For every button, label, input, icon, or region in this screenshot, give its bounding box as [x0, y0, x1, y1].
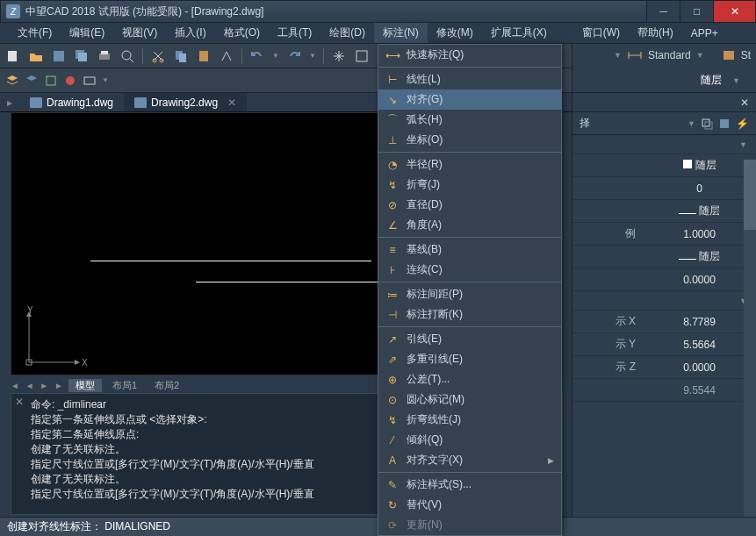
menu-edit[interactable]: 编辑(E): [61, 23, 113, 43]
menu-item-dimspace[interactable]: ≔标注间距(P): [378, 284, 561, 304]
doc-home-icon[interactable]: ▸: [0, 96, 19, 109]
tab-layout1[interactable]: 布局1: [105, 379, 144, 392]
menu-item-joggedlinear[interactable]: ↯折弯线性(J): [378, 410, 561, 430]
menu-item-radius[interactable]: ◔半径(R): [378, 154, 561, 175]
aligntext-icon: A: [385, 454, 400, 468]
print-icon[interactable]: [97, 48, 112, 64]
open-icon[interactable]: [28, 48, 44, 64]
menu-view[interactable]: 视图(V): [113, 23, 166, 43]
save-icon[interactable]: [51, 48, 67, 64]
menu-window[interactable]: 窗口(W): [573, 23, 629, 43]
maximize-button[interactable]: □: [680, 1, 713, 22]
menu-item-continue[interactable]: ⊦连续(C): [378, 260, 561, 280]
prop-row-extra[interactable]: 9.5544: [572, 379, 756, 402]
menu-tools[interactable]: 工具(T): [269, 23, 320, 43]
panel-scrollbar[interactable]: [744, 160, 756, 517]
chevron-down-icon[interactable]: ▼: [696, 51, 704, 60]
scrollbar-thumb[interactable]: [744, 160, 756, 230]
saveall-icon[interactable]: [74, 48, 90, 64]
menu-item-aligntext[interactable]: A对齐文字(X)▶: [378, 450, 561, 470]
doc-tab-2[interactable]: Drawing2.dwg ✕: [124, 93, 247, 111]
menu-item-dimstyle[interactable]: ✎标注样式(S)...: [378, 475, 561, 495]
prop-row-thickness[interactable]: 0.0000: [572, 268, 756, 291]
preview-icon[interactable]: [119, 48, 135, 64]
menu-ext[interactable]: 扩展工具(X): [482, 23, 556, 43]
menu-insert[interactable]: 插入(I): [166, 23, 214, 43]
copy-icon[interactable]: [173, 48, 189, 64]
menu-app[interactable]: APP+: [682, 23, 727, 43]
layer-dropdown[interactable]: 随层 ▼: [572, 68, 756, 93]
prop-row-layer[interactable]: 0: [572, 177, 756, 200]
dim-ordinate-icon: ⊥: [385, 133, 400, 147]
cut-icon[interactable]: [150, 48, 166, 64]
menu-item-dimbreak[interactable]: ⊣标注打断(K): [378, 304, 561, 325]
svg-rect-28: [724, 51, 734, 60]
tab-layout2[interactable]: 布局2: [148, 379, 186, 392]
match-icon[interactable]: [219, 48, 234, 64]
lightning-icon[interactable]: ⚡: [736, 118, 749, 130]
menu-item-mleader[interactable]: ⇗多重引线(E): [378, 349, 561, 369]
menu-file[interactable]: 文件(F): [9, 23, 61, 43]
menu-item-jogged[interactable]: ↯折弯(J): [378, 175, 561, 195]
layer-chevron-icon[interactable]: ▼: [102, 76, 109, 84]
menu-item-angular[interactable]: ∠角度(A): [378, 215, 561, 235]
rect-icon[interactable]: [83, 74, 97, 88]
doc-tab-label: Drawing1.dwg: [47, 96, 113, 109]
cmd-close-icon[interactable]: ✕: [15, 396, 24, 408]
prop-row-ltscale[interactable]: 例1.0000: [572, 223, 756, 246]
menu-modify[interactable]: 修改(M): [428, 23, 482, 43]
prop-row-linetype[interactable]: 随层: [572, 200, 756, 223]
redo-dropdown-icon[interactable]: ▼: [309, 52, 316, 60]
menu-format[interactable]: 格式(O): [215, 23, 269, 43]
menu-item-diameter[interactable]: ⊘直径(D): [378, 195, 561, 215]
menu-item-baseline[interactable]: ≡基线(B): [378, 239, 561, 260]
menu-item-aligned[interactable]: ↘对齐(G): [378, 89, 561, 110]
prop-row-y[interactable]: 示 Y5.5664: [572, 333, 756, 356]
layer-state-icon[interactable]: [25, 74, 39, 88]
menu-item-linear[interactable]: ⊢线性(L): [378, 69, 561, 89]
new-icon[interactable]: [5, 48, 21, 64]
paste-icon[interactable]: [196, 48, 212, 64]
layer-lock-icon[interactable]: [63, 74, 77, 88]
menu-item-leader[interactable]: ↗引线(E): [378, 329, 561, 349]
tab-model[interactable]: 模型: [68, 379, 102, 392]
undo-dropdown-icon[interactable]: ▼: [272, 52, 279, 60]
minimize-button[interactable]: ─: [646, 1, 680, 22]
dim-continue-icon: ⊦: [385, 263, 400, 277]
menu-item-centermark[interactable]: ⊙圆心标记(M): [378, 389, 561, 410]
prop-row-z[interactable]: 示 Z0.0000: [572, 356, 756, 379]
panel-close[interactable]: ✕: [572, 93, 756, 112]
chevron-down-icon[interactable]: ▼: [688, 119, 695, 128]
dimstyle-name[interactable]: Standard: [648, 49, 691, 61]
joggedlinear-icon: ↯: [385, 413, 400, 427]
menu-item-ordinate[interactable]: ⊥坐标(O): [378, 130, 561, 150]
redo-icon[interactable]: [286, 48, 302, 64]
prop-row-x[interactable]: 示 X8.7789: [572, 311, 756, 333]
pick-icon[interactable]: [701, 118, 713, 130]
prop-row-color[interactable]: 随层: [572, 154, 756, 177]
layer-prev-icon[interactable]: [44, 74, 58, 88]
separator: [241, 48, 242, 64]
undo-icon[interactable]: [249, 48, 265, 64]
menu-item-override[interactable]: ↻替代(V): [378, 495, 561, 515]
menu-item-oblique[interactable]: ∕倾斜(Q): [378, 430, 561, 450]
menu-item-update[interactable]: ⟳更新(N): [378, 515, 561, 535]
layout-nav-arrows[interactable]: ◄ ◄ ► ►: [11, 381, 65, 390]
menu-item-quickdim[interactable]: ⟷快速标注(Q): [378, 45, 561, 65]
chevron-down-icon[interactable]: ▼: [614, 51, 622, 60]
close-tab-icon[interactable]: ✕: [227, 96, 236, 109]
menu-item-arclength[interactable]: ⌒弧长(H): [378, 110, 561, 130]
doc-tab-1[interactable]: Drawing1.dwg: [19, 93, 124, 111]
menu-item-tolerance[interactable]: ⊕公差(T)...: [378, 369, 561, 389]
collapse-icon[interactable]: ▼: [739, 140, 747, 149]
zoom-ext-icon[interactable]: [354, 48, 370, 64]
layer-manager-icon[interactable]: [5, 74, 19, 88]
textstyle-icon[interactable]: [722, 49, 736, 61]
menu-help[interactable]: 帮助(H): [629, 23, 682, 43]
menu-dimension[interactable]: 标注(N): [374, 23, 428, 43]
pan-icon[interactable]: [331, 48, 347, 64]
menu-draw[interactable]: 绘图(D): [320, 23, 374, 43]
prop-row-lineweight[interactable]: 随层: [572, 246, 756, 268]
close-button[interactable]: ✕: [713, 1, 755, 22]
quick-select-icon[interactable]: [718, 118, 731, 130]
